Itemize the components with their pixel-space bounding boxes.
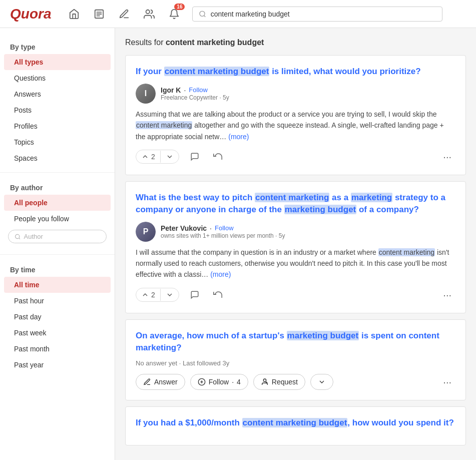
result-card-1: If your content marketing budget is limi… <box>125 55 466 175</box>
search-bar[interactable] <box>192 7 442 22</box>
last-followed: 3y <box>222 359 229 367</box>
dot-sep2: · <box>210 224 212 232</box>
highlight: marketing <box>351 193 392 202</box>
edit-icon[interactable] <box>116 6 132 22</box>
follow-btn-3[interactable]: Follow · 4 <box>190 374 248 390</box>
sidebar: By type All types Questions Answers Post… <box>0 28 115 460</box>
result-title-2[interactable]: What is the best way to pitch content ma… <box>136 192 455 216</box>
notification-icon[interactable]: 16 <box>166 6 182 22</box>
downvote-btn-1[interactable] <box>161 150 179 163</box>
sidebar-item-past-month[interactable]: Past month <box>4 341 111 357</box>
downvote-outline-btn[interactable] <box>310 374 333 390</box>
sidebar-item-past-day[interactable]: Past day <box>4 309 111 325</box>
avatar-img-2: P <box>136 222 156 242</box>
sidebar-item-past-hour[interactable]: Past hour <box>4 293 111 309</box>
result-card-3: On average, how much of a startup's mark… <box>125 319 466 401</box>
upvote-btn-1[interactable]: 2 <box>136 150 160 163</box>
list-icon[interactable] <box>91 6 107 22</box>
author-search-container <box>0 227 115 248</box>
no-answer-actions: Answer Follow · 4 Request ··· <box>136 374 455 390</box>
sidebar-item-all-people[interactable]: All people <box>4 195 111 211</box>
quora-logo[interactable]: Quora <box>10 6 51 22</box>
share-btn-2[interactable] <box>210 288 225 301</box>
more-btn-2[interactable]: ··· <box>439 287 455 303</box>
sidebar-item-all-time[interactable]: All time <box>4 277 111 293</box>
page-layout: By type All types Questions Answers Post… <box>0 28 476 460</box>
author-info-1: Igor K · Follow Freelance Copywriter · 5… <box>161 86 229 101</box>
highlight: content marketing <box>255 193 329 202</box>
author-meta-2: owns sites with 1+ million views per mon… <box>161 232 285 239</box>
author-info-2: Peter Vukovic · Follow owns sites with 1… <box>161 224 285 239</box>
avatar-2: P <box>136 222 156 242</box>
author-name-row-2: Peter Vukovic · Follow <box>161 224 285 232</box>
result-title-1[interactable]: If your content marketing budget is limi… <box>136 66 455 78</box>
by-author-label: By author <box>0 179 115 195</box>
request-btn[interactable]: Request <box>253 374 305 390</box>
upvote-group-2: 2 <box>136 288 179 302</box>
highlight: content marketing budget <box>164 67 270 76</box>
author-row-2: P Peter Vukovic · Follow owns sites with… <box>136 222 455 242</box>
highlight: content marketing budget <box>242 418 348 427</box>
author-search-input[interactable] <box>24 233 100 240</box>
author-credential-2: owns sites with 1+ million views per mon… <box>161 232 274 239</box>
result-card-4: If you had a $1,000/month content market… <box>125 406 466 445</box>
follow-count-3: 4 <box>237 378 241 386</box>
follow-link-2[interactable]: Follow <box>215 224 234 232</box>
sidebar-item-posts[interactable]: Posts <box>4 102 111 118</box>
sidebar-item-profiles[interactable]: Profiles <box>4 118 111 134</box>
search-input[interactable] <box>211 10 436 18</box>
follow-link-1[interactable]: Follow <box>189 86 208 94</box>
author-name-2[interactable]: Peter Vukovic <box>161 224 207 232</box>
actions-row-2: 2 ··· <box>136 287 455 303</box>
results-prefix: Results for <box>125 38 163 47</box>
author-time-2: 5y <box>279 232 285 239</box>
svg-line-6 <box>204 15 206 17</box>
actions-row-1: 2 ··· <box>136 149 455 165</box>
highlight: marketing budget <box>284 205 357 214</box>
dot-sep3: · <box>275 232 279 239</box>
sidebar-item-past-week[interactable]: Past week <box>4 325 111 341</box>
author-name-1[interactable]: Igor K <box>161 86 181 94</box>
sidebar-item-answers[interactable]: Answers <box>4 86 111 102</box>
sidebar-item-questions[interactable]: Questions <box>4 70 111 86</box>
answer-label: Answer <box>154 378 178 386</box>
result-title-3[interactable]: On average, how much of a startup's mark… <box>136 330 455 354</box>
sidebar-item-spaces[interactable]: Spaces <box>4 150 111 166</box>
avatar-img-1: I <box>136 84 156 104</box>
sidebar-item-people-follow[interactable]: People you follow <box>4 211 111 227</box>
highlight: marketing budget <box>287 331 359 340</box>
author-time-1: 5y <box>223 94 229 101</box>
share-btn-1[interactable] <box>210 150 225 163</box>
results-header: Results for content marketing budget <box>125 38 466 47</box>
comment-btn-1[interactable] <box>187 150 202 163</box>
sidebar-item-past-year[interactable]: Past year <box>4 357 111 373</box>
answer-btn[interactable]: Answer <box>136 374 185 390</box>
by-type-label: By type <box>0 38 115 54</box>
upvote-btn-2[interactable]: 2 <box>136 288 160 301</box>
by-time-label: By time <box>0 261 115 277</box>
downvote-btn-2[interactable] <box>161 288 179 301</box>
comment-btn-2[interactable] <box>187 288 202 301</box>
result-title-4[interactable]: If you had a $1,000/month content market… <box>136 417 455 429</box>
sidebar-item-all-types[interactable]: All types <box>4 54 111 70</box>
highlight: content marketing <box>136 121 192 129</box>
people-icon[interactable] <box>141 6 157 22</box>
svg-line-8 <box>19 238 20 239</box>
author-search[interactable] <box>8 230 107 243</box>
sidebar-item-topics[interactable]: Topics <box>4 134 111 150</box>
notification-badge: 16 <box>174 4 185 10</box>
main-content: Results for content marketing budget If … <box>115 28 476 460</box>
more-link-2[interactable]: (more) <box>210 270 231 278</box>
avatar-1: I <box>136 84 156 104</box>
sidebar-divider-2 <box>0 254 115 255</box>
more-btn-3[interactable]: ··· <box>439 374 455 390</box>
highlight: content marketing <box>378 248 435 256</box>
home-icon[interactable] <box>66 6 82 22</box>
more-btn-1[interactable]: ··· <box>439 149 455 165</box>
dot-separator: · <box>184 86 186 94</box>
follow-sep: · <box>232 378 234 386</box>
sidebar-divider-1 <box>0 172 115 173</box>
svg-point-4 <box>146 10 150 13</box>
author-row-1: I Igor K · Follow Freelance Copywriter ·… <box>136 84 455 104</box>
more-link-1[interactable]: (more) <box>228 133 249 141</box>
